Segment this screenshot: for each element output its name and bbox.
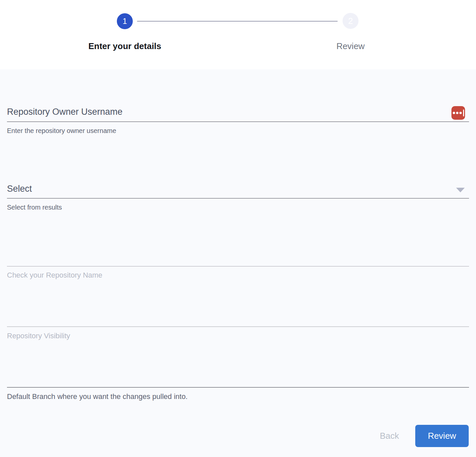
repo-select-dropdown[interactable]: Select bbox=[7, 184, 32, 194]
details-form: Repository Owner Username Enter the repo… bbox=[0, 69, 476, 457]
repo-select-underline bbox=[7, 198, 469, 199]
step-1-circle: 1 bbox=[117, 13, 133, 29]
wizard-stepper: 1 2 Enter your details Review bbox=[0, 0, 476, 69]
step-2-label: Review bbox=[336, 41, 364, 51]
autofill-dot bbox=[453, 112, 455, 114]
back-button[interactable]: Back bbox=[380, 431, 399, 441]
step-1-number: 1 bbox=[122, 17, 127, 26]
chevron-down-icon[interactable] bbox=[456, 188, 465, 192]
autofill-dot bbox=[456, 112, 458, 114]
form-actions: Back Review bbox=[380, 425, 469, 447]
step-1-label: Enter your details bbox=[88, 41, 161, 51]
repo-name-input[interactable]: Check your Repository Name bbox=[7, 271, 102, 280]
step-2-circle: 2 bbox=[343, 13, 358, 29]
password-autofill-icon[interactable] bbox=[451, 106, 465, 120]
step-2-number: 2 bbox=[348, 16, 353, 26]
review-button[interactable]: Review bbox=[415, 425, 469, 447]
owner-username-helper: Enter the repository owner username bbox=[7, 127, 116, 135]
owner-username-input[interactable]: Repository Owner Username bbox=[7, 107, 122, 117]
autofill-caret bbox=[463, 109, 464, 116]
visibility-underline bbox=[7, 326, 469, 327]
visibility-input[interactable]: Repository Visibility bbox=[7, 332, 70, 340]
repo-name-underline bbox=[7, 266, 469, 267]
default-branch-underline bbox=[7, 387, 469, 388]
owner-username-underline bbox=[7, 121, 469, 122]
default-branch-helper: Default Branch where you want the change… bbox=[7, 392, 188, 401]
autofill-dot bbox=[459, 112, 462, 114]
repo-select-helper: Select from results bbox=[7, 204, 62, 211]
step-connector-line bbox=[137, 21, 338, 22]
